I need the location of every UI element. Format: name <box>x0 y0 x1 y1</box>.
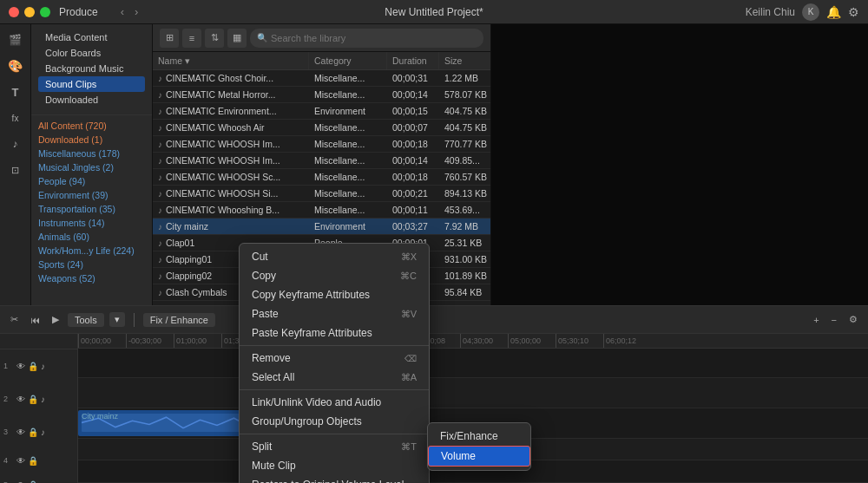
ruler-mark-10: 05;30;10 <box>556 334 603 348</box>
timeline-cut-icon[interactable]: ✂ <box>7 312 22 327</box>
fix-enhance-button[interactable]: Fix / Enhance <box>143 313 215 327</box>
cm-split[interactable]: Split⌘T <box>240 437 429 456</box>
cm-copy[interactable]: Copy⌘C <box>240 266 429 285</box>
minimize-button[interactable] <box>24 7 35 17</box>
settings-icon[interactable]: ⚙ <box>848 5 859 19</box>
cm-restore-volume[interactable]: Restore to Original Volume Level <box>240 475 429 483</box>
cm-remove[interactable]: Remove⌫ <box>240 349 429 368</box>
library-section-downloaded[interactable]: Downloaded <box>38 92 145 108</box>
track-5-eye[interactable]: 👁 <box>16 480 25 484</box>
notification-icon[interactable]: 🔔 <box>826 5 841 19</box>
table-row[interactable]: ♪CINEMATIC WHOOSH Im... Miscellane... 00… <box>153 153 490 169</box>
category-downloaded[interactable]: Downloaded (1) <box>31 133 152 147</box>
track-4-eye[interactable]: 👁 <box>16 456 25 466</box>
track-1-audio[interactable]: ♪ <box>41 362 45 371</box>
cell-duration: 00;00;15 <box>387 103 439 119</box>
library-section-bgmusic[interactable]: Background Music <box>38 61 145 76</box>
library-section-color[interactable]: Color Boards <box>38 45 145 61</box>
sidebar-icon-color[interactable]: 🎨 <box>3 54 28 78</box>
cm-cut[interactable]: Cut⌘X <box>240 247 429 266</box>
traffic-lights <box>9 7 50 17</box>
track-2-audio[interactable]: ♪ <box>41 395 45 404</box>
cell-size: 409.85... <box>439 153 490 168</box>
library-sections: Media Content Color Boards Background Mu… <box>31 24 152 111</box>
produce-button[interactable]: Produce <box>59 6 98 18</box>
music-note-icon: ♪ <box>158 140 162 149</box>
cm-sep-1 <box>240 345 429 346</box>
sidebar-icon-media[interactable]: 🎬 <box>3 28 28 52</box>
track-4-lock[interactable]: 🔒 <box>28 456 38 466</box>
sidebar-icon-text[interactable]: T <box>3 80 28 104</box>
track-2-lock[interactable]: 🔒 <box>28 395 38 404</box>
library-section-media[interactable]: Media Content <box>38 29 145 45</box>
table-row[interactable]: ♪CINEMATIC WHOOSH Im... Miscellane... 00… <box>153 136 490 153</box>
sidebar-icon-transitions[interactable]: ⊡ <box>3 158 28 182</box>
table-row[interactable]: ♪CINEMATIC Ghost Choir... Miscellane... … <box>153 70 490 87</box>
table-row[interactable]: ♪City mainz Environment 00;03;27 7.92 MB… <box>153 219 490 235</box>
track-2-num: 2 <box>3 395 14 403</box>
track-1-lock[interactable]: 🔒 <box>28 362 38 371</box>
cell-size: 404.75 KB <box>439 120 490 135</box>
table-row[interactable]: ♪CINEMATIC WHOOSH Sc... Miscellane... 00… <box>153 169 490 186</box>
timeline-zoom-out[interactable]: − <box>828 313 840 327</box>
maximize-button[interactable] <box>40 7 50 17</box>
table-row[interactable]: ♪CINEMATIC WHOOSH Si... Miscellane... 00… <box>153 186 490 202</box>
timeline-zoom-in[interactable]: + <box>810 313 822 327</box>
cm-group-ungroup[interactable]: Group/Ungroup Objects <box>240 412 429 431</box>
timeline-settings[interactable]: ⚙ <box>845 312 861 327</box>
timeline-rewind-icon[interactable]: ⏮ <box>27 313 43 327</box>
nav-forward-button[interactable]: › <box>135 5 138 18</box>
table-header: Name ▾ Category Duration Size Date Downl… <box>153 52 490 70</box>
library-section-soundclips[interactable]: Sound Clips <box>38 76 145 92</box>
track-5-lock[interactable]: 🔒 <box>28 480 38 484</box>
category-environment[interactable]: Environment (39) <box>31 188 152 202</box>
track-3-eye[interactable]: 👁 <box>16 428 25 437</box>
sidebar-icon-audio[interactable]: ♪ <box>3 132 28 156</box>
music-note-icon: ♪ <box>158 288 162 297</box>
avatar[interactable]: K <box>802 3 819 21</box>
table-row[interactable]: ♪CINEMATIC Whooshing B... Miscellane... … <box>153 202 490 219</box>
nav-back-button[interactable]: ‹ <box>121 5 124 18</box>
category-animals[interactable]: Animals (60) <box>31 230 152 244</box>
sidebar-icon-fx[interactable]: fx <box>3 106 28 130</box>
table-row[interactable]: ♪CINEMATIC Environment... Environment 00… <box>153 103 490 120</box>
view-list-button[interactable]: ≡ <box>182 29 201 48</box>
sort-button[interactable]: ⇅ <box>205 29 224 48</box>
track-1-num: 1 <box>3 362 14 370</box>
submenu-volume[interactable]: Volume <box>428 446 530 467</box>
timeline-play-icon[interactable]: ▶ <box>49 312 62 327</box>
category-people[interactable]: People (94) <box>31 174 152 188</box>
track-1-eye[interactable]: 👁 <box>16 362 25 371</box>
tools-arrow[interactable]: ▾ <box>109 312 125 327</box>
track-3-lock[interactable]: 🔒 <box>28 428 38 437</box>
table-row[interactable]: ♪CINEMATIC Metal Horror... Miscellane...… <box>153 87 490 103</box>
tools-dropdown[interactable]: Tools <box>68 313 104 327</box>
track-3-audio[interactable]: ♪ <box>41 428 45 437</box>
category-misc[interactable]: Miscellaneous (178) <box>31 147 152 160</box>
cm-select-all[interactable]: Select All⌘A <box>240 368 429 387</box>
search-input[interactable] <box>271 33 477 43</box>
track-2-eye[interactable]: 👁 <box>16 395 25 404</box>
music-note-icon: ♪ <box>158 206 162 215</box>
category-transportation[interactable]: Transportation (35) <box>31 202 152 216</box>
cm-paste-kf-attrs[interactable]: Paste Keyframe Attributes <box>240 323 429 343</box>
category-weapons[interactable]: Weapons (52) <box>31 271 152 285</box>
close-button[interactable] <box>9 7 19 17</box>
cell-category: Miscellane... <box>309 202 387 218</box>
category-jingles[interactable]: Musical Jingles (2) <box>31 160 152 174</box>
cell-duration: 00;00;21 <box>387 186 439 201</box>
cm-mute-clip[interactable]: Mute Clip <box>240 456 429 475</box>
view-grid-button[interactable]: ⊞ <box>160 29 179 48</box>
submenu-fix-enhance[interactable]: Fix/Enhance <box>428 427 530 446</box>
cell-name: ♪CINEMATIC Metal Horror... <box>153 87 309 102</box>
table-row[interactable]: ♪CINEMATIC Whoosh Air Miscellane... 00;0… <box>153 120 490 136</box>
category-instruments[interactable]: Instruments (14) <box>31 216 152 230</box>
search-box[interactable]: 🔍 <box>250 29 483 48</box>
category-all[interactable]: All Content (720) <box>31 119 152 133</box>
filter-button[interactable]: ▦ <box>227 29 247 48</box>
cm-link-unlink[interactable]: Link/Unlink Video and Audio <box>240 393 429 412</box>
cm-copy-keyframe-attrs[interactable]: Copy Keyframe Attributes <box>240 285 429 304</box>
cm-paste[interactable]: Paste⌘V <box>240 304 429 323</box>
category-work[interactable]: Work/Hom...y Life (224) <box>31 244 152 258</box>
category-sports[interactable]: Sports (24) <box>31 258 152 271</box>
